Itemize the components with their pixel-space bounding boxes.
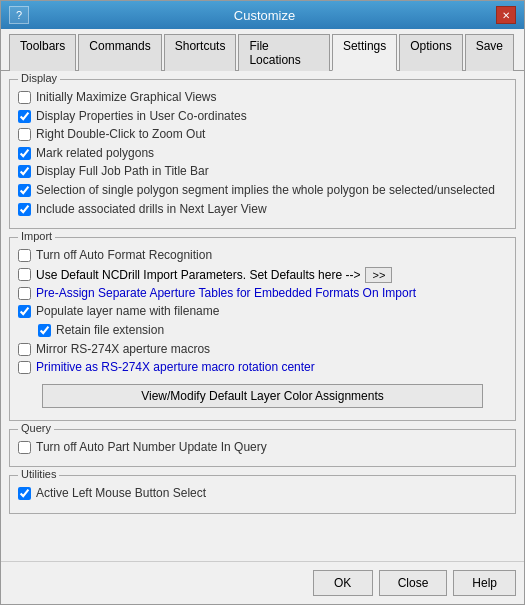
tab-shortcuts[interactable]: Shortcuts bbox=[164, 34, 237, 71]
display-group-label: Display bbox=[18, 72, 60, 84]
list-item: Display Full Job Path in Title Bar bbox=[18, 164, 507, 180]
main-window: ? Customize ✕ Toolbars Commands Shortcut… bbox=[0, 0, 525, 605]
utilities-group: Utilities Active Left Mouse Button Selec… bbox=[9, 475, 516, 514]
display-label-1: Display Properties in User Co-ordinates bbox=[36, 109, 247, 125]
display-checkbox-5[interactable] bbox=[18, 184, 31, 197]
list-item: Mirror RS-274X aperture macros bbox=[18, 342, 507, 358]
list-item: Display Properties in User Co-ordinates bbox=[18, 109, 507, 125]
utilities-group-label: Utilities bbox=[18, 468, 59, 480]
list-item: Selection of single polygon segment impl… bbox=[18, 183, 507, 199]
display-checkbox-0[interactable] bbox=[18, 91, 31, 104]
import-checkbox-6[interactable] bbox=[18, 361, 31, 374]
list-item: Turn off Auto Part Number Update In Quer… bbox=[18, 440, 507, 456]
display-checkbox-4[interactable] bbox=[18, 165, 31, 178]
import-group: Import Turn off Auto Format Recognition … bbox=[9, 237, 516, 421]
tab-options[interactable]: Options bbox=[399, 34, 462, 71]
settings-content: Display Initially Maximize Graphical Vie… bbox=[1, 71, 524, 561]
display-checkbox-6[interactable] bbox=[18, 203, 31, 216]
help-title-btn[interactable]: ? bbox=[9, 6, 29, 24]
list-item: Active Left Mouse Button Select bbox=[18, 486, 507, 502]
import-label-3: Populate layer name with filename bbox=[36, 304, 219, 320]
import-group-label: Import bbox=[18, 230, 55, 242]
footer: OK Close Help bbox=[1, 561, 524, 604]
list-item: Primitive as RS-274X aperture macro rota… bbox=[18, 360, 507, 376]
tab-save[interactable]: Save bbox=[465, 34, 514, 71]
import-checkbox-3[interactable] bbox=[18, 305, 31, 318]
content-wrapper: Display Initially Maximize Graphical Vie… bbox=[9, 79, 516, 514]
import-checkbox-2[interactable] bbox=[18, 287, 31, 300]
view-modify-btn[interactable]: View/Modify Default Layer Color Assignme… bbox=[42, 384, 482, 408]
display-group: Display Initially Maximize Graphical Vie… bbox=[9, 79, 516, 229]
import-label-0: Turn off Auto Format Recognition bbox=[36, 248, 212, 264]
query-group-label: Query bbox=[18, 422, 54, 434]
tabs-bar: Toolbars Commands Shortcuts File Locatio… bbox=[1, 29, 524, 71]
tab-commands[interactable]: Commands bbox=[78, 34, 161, 71]
query-checkbox-0[interactable] bbox=[18, 441, 31, 454]
import-label-2: Pre-Assign Separate Aperture Tables for … bbox=[36, 286, 416, 302]
display-label-3: Mark related polygons bbox=[36, 146, 154, 162]
tab-toolbars[interactable]: Toolbars bbox=[9, 34, 76, 71]
import-checkbox-1[interactable] bbox=[18, 268, 31, 281]
display-label-6: Include associated drills in Next Layer … bbox=[36, 202, 267, 218]
display-label-2: Right Double-Click to Zoom Out bbox=[36, 127, 205, 143]
title-bar: ? Customize ✕ bbox=[1, 1, 524, 29]
list-item: Include associated drills in Next Layer … bbox=[18, 202, 507, 218]
list-item: Initially Maximize Graphical Views bbox=[18, 90, 507, 106]
utilities-checkbox-0[interactable] bbox=[18, 487, 31, 500]
list-item: Right Double-Click to Zoom Out bbox=[18, 127, 507, 143]
ncdrill-defaults-btn[interactable]: >> bbox=[365, 267, 392, 283]
utilities-group-content: Active Left Mouse Button Select bbox=[18, 486, 507, 502]
list-item: Populate layer name with filename bbox=[18, 304, 507, 320]
help-button[interactable]: Help bbox=[453, 570, 516, 596]
display-checkbox-2[interactable] bbox=[18, 128, 31, 141]
list-item: Retain file extension bbox=[38, 323, 507, 339]
import-label-6: Primitive as RS-274X aperture macro rota… bbox=[36, 360, 315, 376]
display-label-0: Initially Maximize Graphical Views bbox=[36, 90, 217, 106]
close-title-btn[interactable]: ✕ bbox=[496, 6, 516, 24]
tab-file-locations[interactable]: File Locations bbox=[238, 34, 330, 71]
ok-button[interactable]: OK bbox=[313, 570, 373, 596]
display-checkbox-1[interactable] bbox=[18, 110, 31, 123]
list-item: Use Default NCDrill Import Parameters. S… bbox=[18, 267, 507, 283]
query-group-content: Turn off Auto Part Number Update In Quer… bbox=[18, 440, 507, 456]
import-checkbox-4[interactable] bbox=[38, 324, 51, 337]
window-title: Customize bbox=[33, 8, 496, 23]
close-button[interactable]: Close bbox=[379, 570, 448, 596]
utilities-label-0: Active Left Mouse Button Select bbox=[36, 486, 206, 502]
import-checkbox-0[interactable] bbox=[18, 249, 31, 262]
display-label-4: Display Full Job Path in Title Bar bbox=[36, 164, 209, 180]
display-group-content: Initially Maximize Graphical Views Displ… bbox=[18, 90, 507, 217]
import-label-5: Mirror RS-274X aperture macros bbox=[36, 342, 210, 358]
import-checkbox-5[interactable] bbox=[18, 343, 31, 356]
list-item: Mark related polygons bbox=[18, 146, 507, 162]
list-item: Turn off Auto Format Recognition bbox=[18, 248, 507, 264]
display-label-5: Selection of single polygon segment impl… bbox=[36, 183, 495, 199]
query-label-0: Turn off Auto Part Number Update In Quer… bbox=[36, 440, 267, 456]
import-label-1: Use Default NCDrill Import Parameters. S… bbox=[36, 268, 360, 282]
list-item: Pre-Assign Separate Aperture Tables for … bbox=[18, 286, 507, 302]
query-group: Query Turn off Auto Part Number Update I… bbox=[9, 429, 516, 468]
import-label-4: Retain file extension bbox=[56, 323, 164, 339]
import-group-content: Turn off Auto Format Recognition Use Def… bbox=[18, 248, 507, 408]
tab-settings[interactable]: Settings bbox=[332, 34, 397, 71]
display-checkbox-3[interactable] bbox=[18, 147, 31, 160]
